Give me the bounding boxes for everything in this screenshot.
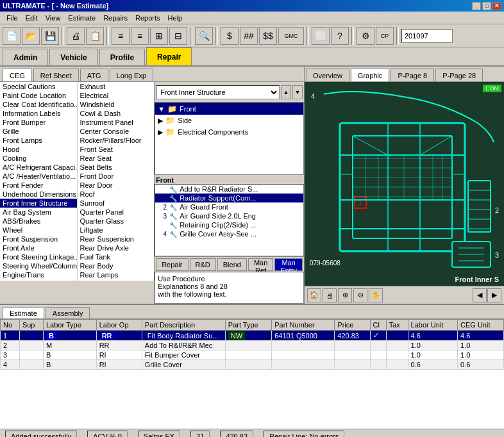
- cat-paint-code[interactable]: Paint Code Location: [0, 91, 77, 100]
- minimize-button[interactable]: _: [472, 2, 481, 10]
- help-button[interactable]: ?: [331, 27, 349, 45]
- calc3-button[interactable]: $$: [259, 27, 277, 45]
- cat-airbag[interactable]: Air Bag System: [0, 208, 77, 217]
- tab-overview[interactable]: Overview: [306, 69, 349, 81]
- hand-button[interactable]: ✋: [369, 288, 383, 302]
- tab-graphic[interactable]: Graphic: [351, 69, 390, 81]
- cat-clear-coat[interactable]: Clear Coat Identificatio...: [0, 100, 77, 109]
- cat-hood[interactable]: Hood: [0, 145, 77, 154]
- cat-underhood[interactable]: Underhood Dimensions: [0, 190, 77, 199]
- cat-grille[interactable]: Grille: [0, 127, 77, 136]
- cat-roof[interactable]: Roof: [78, 190, 155, 199]
- blend-button[interactable]: Blend: [217, 258, 247, 271]
- cat-seat-belts[interactable]: Seat Belts: [78, 163, 155, 172]
- cat-rear-lamps[interactable]: Rear Lamps: [78, 270, 155, 279]
- print2-button[interactable]: 📋: [86, 27, 104, 45]
- part-item-4[interactable]: 3 🔧 Air Guard Side 2.0L Eng: [155, 211, 303, 220]
- part-item-6[interactable]: 4 🔧 Grille Cover Assy-See ...: [155, 229, 303, 238]
- calc-button[interactable]: $: [221, 27, 239, 45]
- tab-admin[interactable]: Admin: [3, 49, 48, 65]
- tab-repair[interactable]: Repair: [146, 47, 192, 65]
- subtab-ceg[interactable]: CEG: [3, 69, 32, 81]
- tb-btn-2[interactable]: ≡: [131, 27, 149, 45]
- print-button[interactable]: 🖨: [67, 27, 85, 45]
- cat-rear-susp[interactable]: Rear Suspension: [78, 235, 155, 243]
- cat-instrument[interactable]: Instrument Panel: [78, 118, 155, 127]
- save-button[interactable]: 💾: [41, 27, 59, 45]
- cat-front-fender[interactable]: Front Fender: [0, 181, 77, 190]
- tab-profile[interactable]: Profile: [99, 49, 145, 65]
- new-button[interactable]: 📄: [3, 27, 21, 45]
- calc2-button[interactable]: ##: [240, 27, 258, 45]
- home-button[interactable]: 🏠: [307, 288, 321, 302]
- tab-ppage8[interactable]: P-Page 8: [391, 69, 434, 81]
- menu-help[interactable]: Help: [164, 13, 187, 23]
- cat-steering-wheel[interactable]: Steering Wheel/Column: [0, 261, 77, 270]
- zoom-in-button[interactable]: ⊕: [338, 288, 352, 302]
- cat-ac-refrig[interactable]: A/C Refrigerant Capaci...: [0, 163, 77, 172]
- part-item-1[interactable]: 🔧 Add to R&R Radiator S...: [155, 185, 303, 194]
- rnd-button[interactable]: R&D: [190, 258, 216, 271]
- zoom-out-button[interactable]: ⊖: [353, 288, 367, 302]
- cat-quarter-glass[interactable]: Quarter Glass: [78, 217, 155, 226]
- tb-btn-3[interactable]: ⊞: [150, 27, 168, 45]
- tree-front[interactable]: ▼ 📁 Front: [155, 103, 303, 115]
- open-button[interactable]: 📂: [22, 27, 40, 45]
- table-row[interactable]: 1 B RR Fit Body Radiator Su... NW 64101 …: [1, 331, 504, 341]
- table-row[interactable]: 4 B RI Grille Cover 0.6 0.6: [1, 360, 504, 370]
- menu-repairs[interactable]: Repairs: [99, 13, 131, 23]
- tb-btn-4[interactable]: ⊟: [169, 27, 187, 45]
- part-item-3[interactable]: 2 🔧 Air Guard Front: [155, 202, 303, 211]
- cat-wheel[interactable]: Wheel: [0, 226, 77, 235]
- print-graphic-button[interactable]: 🖨: [323, 288, 337, 302]
- cat-electrical[interactable]: Electrical: [78, 91, 155, 100]
- cat-abs[interactable]: ABS/Brakes: [0, 217, 77, 226]
- cat-front-seat[interactable]: Front Seat: [78, 145, 155, 154]
- cat-front-door[interactable]: Front Door: [78, 172, 155, 181]
- cat-rear-seat[interactable]: Rear Seat: [78, 154, 155, 163]
- maximize-button[interactable]: □: [482, 2, 491, 10]
- close-button[interactable]: ✕: [492, 2, 501, 10]
- tb-btn-5[interactable]: ⬜: [312, 27, 330, 45]
- cp-pro-button[interactable]: CP: [376, 27, 394, 45]
- settings-button[interactable]: ⚙: [357, 27, 374, 45]
- part-item-2[interactable]: 1 🔧 Radiator Support(Com...: [155, 194, 303, 202]
- cat-exhaust[interactable]: Exhaust: [78, 82, 155, 91]
- table-row[interactable]: 2 M RR Add To R&I/R&R Mec 1.0 1.0: [1, 341, 504, 350]
- cat-cowl[interactable]: Cowl & Dash: [78, 109, 155, 118]
- cat-rear-body[interactable]: Rear Body: [78, 261, 155, 270]
- tab-vehicle[interactable]: Vehicle: [49, 49, 97, 65]
- man-ref-button[interactable]: Man Ref: [248, 258, 273, 271]
- cat-front-inner[interactable]: Front Inner Structure: [0, 199, 77, 208]
- tab-assembly[interactable]: Assembly: [46, 307, 90, 318]
- cat-rear-bumper[interactable]: Rear Bumper: [78, 279, 155, 281]
- cat-center-console[interactable]: Center Console: [78, 127, 155, 136]
- subtab-longexp[interactable]: Long Exp: [110, 69, 153, 81]
- tab-ppage28[interactable]: P-Page 28: [435, 69, 483, 81]
- cat-engine-trans[interactable]: Engine/Trans: [0, 270, 77, 279]
- menu-reports[interactable]: Reports: [131, 13, 164, 23]
- cat-liftgate[interactable]: Liftgate: [78, 226, 155, 235]
- estimate-number-field[interactable]: 201097: [401, 29, 453, 43]
- nav-next-button[interactable]: ▶: [487, 288, 501, 302]
- subtab-atg[interactable]: ATG: [80, 69, 108, 81]
- cat-special-cautions[interactable]: Special Cautions: [0, 82, 77, 91]
- tree-side[interactable]: ▶ 📁 Side: [155, 115, 303, 126]
- cat-rear-door[interactable]: Rear Door: [78, 181, 155, 190]
- subtab-refsheet[interactable]: Ref Sheet: [33, 69, 79, 81]
- cat-fuel-tank[interactable]: Fuel Tank: [78, 252, 155, 261]
- structure-dropdown[interactable]: Front Inner Structure: [156, 85, 280, 99]
- cat-front-axle[interactable]: Front Axle: [0, 243, 77, 252]
- menu-file[interactable]: File: [3, 13, 22, 23]
- scroll-down-btn[interactable]: ▼: [292, 85, 303, 99]
- table-row[interactable]: 3 B RI Fit Bumper Cover 1.0 1.0: [1, 350, 504, 360]
- repair-button[interactable]: Repair: [156, 258, 188, 271]
- tab-estimate[interactable]: Estimate: [3, 307, 44, 318]
- zoom-button[interactable]: 🔍: [195, 27, 213, 45]
- cat-rocker[interactable]: Rocker/Pillars/Floor: [78, 136, 155, 145]
- cat-front-steering[interactable]: Front Steering Linkage...: [0, 252, 77, 261]
- cat-sunroof[interactable]: Sunroof: [78, 199, 155, 208]
- nav-prev-button[interactable]: ◀: [473, 288, 487, 302]
- cat-front-bumper[interactable]: Front Bumper: [0, 118, 77, 127]
- cat-windshield[interactable]: Windshield: [78, 100, 155, 109]
